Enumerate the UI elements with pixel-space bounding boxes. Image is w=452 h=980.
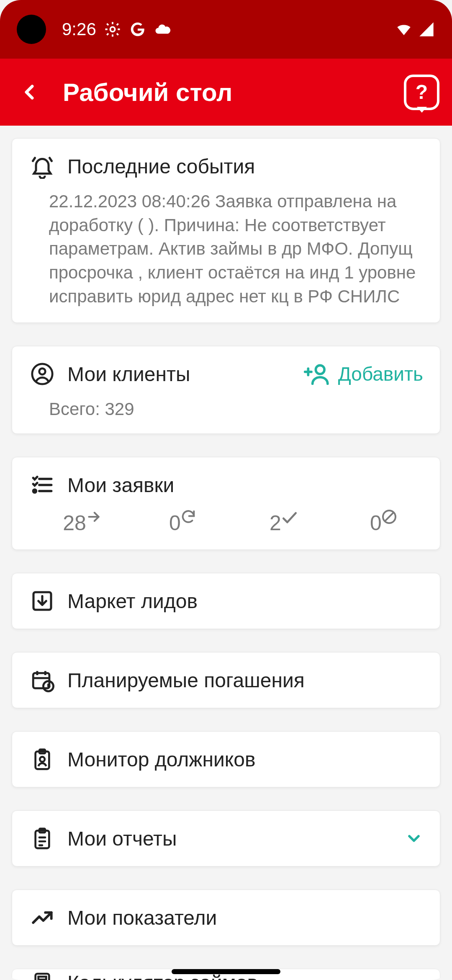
content[interactable]: Последние события 22.12.2023 08:40:26 За… — [0, 126, 452, 980]
svg-line-7 — [385, 513, 394, 522]
indicators-title: Мои показатели — [67, 906, 217, 929]
indicators-header: Мои показатели — [29, 904, 423, 931]
screen: 9:26 — [0, 0, 452, 980]
signal-icon — [418, 21, 435, 38]
events-body: 22.12.2023 08:40:26 Заявка отправлена на… — [29, 190, 423, 308]
applications-header: Мои заявки — [29, 472, 423, 498]
clients-total: Всего: 329 — [29, 399, 423, 419]
svg-point-0 — [110, 27, 115, 31]
status-right — [395, 21, 435, 38]
back-button[interactable] — [13, 75, 46, 109]
chevron-left-icon — [18, 80, 41, 104]
clients-header: Мои клиенты Добавить — [29, 361, 423, 387]
stat-value: 28 — [63, 511, 86, 535]
stat-value: 2 — [270, 511, 281, 535]
status-time: 9:26 — [62, 19, 96, 39]
planned-payments-item[interactable]: Планируемые погашения — [12, 652, 440, 708]
arrow-right-icon — [85, 508, 104, 527]
events-title: Последние события — [67, 155, 255, 178]
svg-point-2 — [39, 369, 46, 375]
market-leads-title: Маркет лидов — [67, 590, 198, 613]
applications-title: Мои заявки — [67, 474, 174, 497]
svg-point-3 — [316, 366, 324, 374]
status-bar: 9:26 — [0, 0, 452, 59]
debtor-monitor-title: Монитор должников — [67, 748, 256, 771]
reports-title: Мои отчеты — [67, 827, 177, 850]
svg-point-13 — [40, 757, 45, 762]
google-g-icon — [129, 21, 146, 38]
bell-icon — [29, 153, 56, 180]
svg-point-4 — [33, 490, 36, 493]
status-left: 9:26 — [17, 15, 172, 44]
add-client-label: Добавить — [338, 363, 423, 385]
svg-rect-17 — [39, 977, 46, 980]
page-title: Рабочий стол — [63, 78, 404, 107]
check-icon — [280, 508, 299, 527]
market-leads-header: Маркет лидов — [29, 588, 423, 614]
help-icon: ? — [416, 82, 428, 102]
market-leads-item[interactable]: Маркет лидов — [12, 573, 440, 629]
planned-payments-title: Планируемые погашения — [67, 669, 305, 692]
applications-stats: 28 0 2 0 — [29, 511, 423, 535]
wifi-icon — [395, 21, 413, 38]
add-user-icon — [304, 361, 330, 387]
user-circle-icon — [29, 361, 56, 387]
stat-refresh[interactable]: 0 — [142, 511, 226, 535]
debtor-monitor-header: Монитор должников — [29, 746, 423, 773]
refresh-icon — [180, 508, 198, 527]
clients-card[interactable]: Мои клиенты Добавить Всего: 329 — [12, 346, 440, 434]
stat-value: 0 — [370, 511, 382, 535]
status-icons-left — [104, 21, 172, 38]
clients-title: Мои клиенты — [67, 363, 190, 386]
download-box-icon — [29, 588, 56, 614]
debtor-monitor-item[interactable]: Монитор должников — [12, 731, 440, 787]
stat-pending[interactable]: 28 — [41, 511, 125, 535]
clipboard-list-icon — [29, 825, 56, 852]
home-indicator[interactable] — [172, 969, 280, 974]
applications-card[interactable]: Мои заявки 28 0 2 — [12, 457, 440, 550]
gear-icon — [104, 21, 121, 38]
cloud-icon — [154, 21, 172, 38]
events-card[interactable]: Последние события 22.12.2023 08:40:26 За… — [12, 138, 440, 323]
camera-hole — [17, 15, 46, 44]
calculator-icon — [29, 969, 56, 980]
help-button[interactable]: ? — [404, 75, 439, 110]
clipboard-user-icon — [29, 746, 56, 773]
stat-rejected[interactable]: 0 — [343, 511, 426, 535]
calendar-clock-icon — [29, 667, 56, 694]
add-client-button[interactable]: Добавить — [304, 361, 423, 387]
stat-approved[interactable]: 2 — [242, 511, 326, 535]
checklist-icon — [29, 472, 56, 498]
planned-payments-header: Планируемые погашения — [29, 667, 423, 694]
ban-icon — [381, 508, 399, 527]
reports-header: Мои отчеты — [29, 825, 423, 852]
reports-item[interactable]: Мои отчеты — [12, 810, 440, 867]
trend-up-icon — [29, 904, 56, 931]
app-bar: Рабочий стол ? — [0, 59, 452, 126]
stat-value: 0 — [169, 511, 181, 535]
events-header: Последние события — [29, 153, 423, 180]
chevron-down-icon[interactable] — [405, 829, 423, 848]
indicators-item[interactable]: Мои показатели — [12, 890, 440, 946]
